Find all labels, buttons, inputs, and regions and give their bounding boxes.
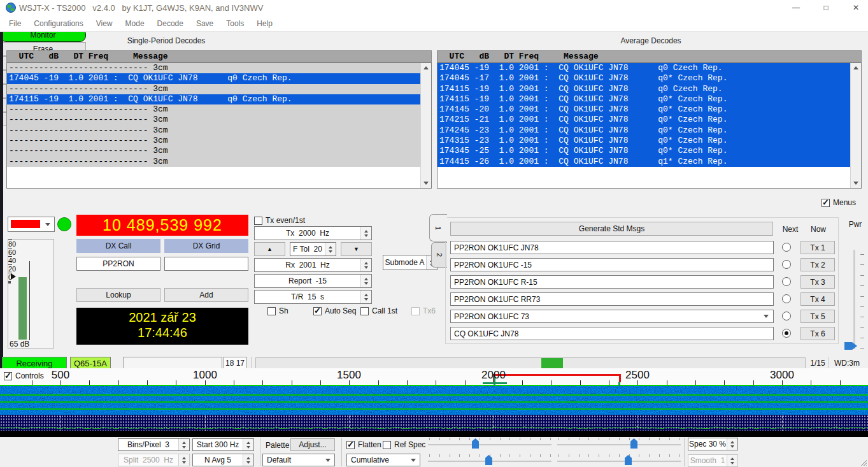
menu-item-configurations[interactable]: Configurations	[27, 19, 89, 28]
tx-message-1-input[interactable]: PP2RON OK1UFC JN78	[450, 241, 774, 254]
tx5-next-radio[interactable]	[782, 312, 791, 320]
call-1st-checkbox[interactable]: Call 1st	[360, 306, 397, 315]
decode-row[interactable]: 174045 -19 1.0 2001 : CQ OK1UFC JN78 q0 …	[438, 63, 851, 73]
decode-row[interactable]: 174215 -21 1.0 2001 : CQ OK1UFC JN78 q0*…	[438, 115, 851, 125]
adjust-button[interactable]: Adjust...	[290, 438, 335, 451]
decode-row[interactable]: ---------------------------- 3cm	[7, 84, 421, 94]
menus-checkbox[interactable]: Menus	[822, 198, 856, 207]
spinner-arrows-icon[interactable]	[360, 259, 371, 271]
dx-call-input[interactable]: PP2RON	[76, 257, 160, 271]
tx-freq-spinner[interactable]: Tx 2000 Hz	[254, 226, 372, 240]
decode-row[interactable]: 174045 -19 1.0 2001 : CQ OK1UFC JN78 q0 …	[7, 73, 421, 83]
decode-row[interactable]: 174115 -19 1.0 2001 : CQ OK1UFC JN78 q0 …	[438, 84, 851, 94]
add-button[interactable]: Add	[164, 288, 248, 302]
dx-grid-input[interactable]	[164, 257, 248, 271]
auto-seq-checkbox[interactable]: Auto Seq	[313, 306, 356, 315]
waterfall-gain-slider-handle[interactable]	[472, 438, 479, 449]
waterfall-gain-slider-track[interactable]	[428, 444, 551, 446]
decode-row[interactable]: ---------------------------- 3cm	[7, 136, 421, 146]
decode-row[interactable]: 174115 -19 1.0 2001 : CQ OK1UFC JN78 q0*…	[438, 94, 851, 104]
generate-std-msgs-button[interactable]: Generate Std Msgs	[450, 222, 773, 236]
tx2-next-radio[interactable]	[782, 260, 791, 269]
rx-freq-spinner[interactable]: Rx 2001 Hz	[254, 258, 372, 272]
tx-even-checkbox[interactable]: Tx even/1st	[254, 216, 305, 225]
tx3-now-button[interactable]: Tx 3	[800, 275, 835, 289]
decode-row[interactable]: ---------------------------- 3cm	[7, 63, 421, 73]
menu-item-mode[interactable]: Mode	[119, 19, 151, 28]
scroll-down-icon[interactable]	[851, 178, 861, 188]
menu-item-help[interactable]: Help	[250, 19, 279, 28]
decode-row[interactable]: 174315 -23 1.0 2001 : CQ OK1UFC JN78 q0*…	[438, 136, 851, 146]
tx5-now-button[interactable]: Tx 5	[800, 310, 835, 323]
spinner-arrows-icon[interactable]	[727, 438, 737, 450]
tx6-now-button[interactable]: Tx 6	[800, 327, 835, 340]
spectrum-zero-slider-handle[interactable]	[625, 455, 632, 465]
close-button[interactable]: ✕	[846, 1, 865, 14]
pwr-slider-track[interactable]	[853, 250, 855, 349]
ref-spec-checkbox[interactable]: Ref Spec	[383, 440, 425, 449]
waterfall-zero-slider-handle[interactable]	[485, 455, 492, 465]
decode-row[interactable]: 174245 -23 1.0 2001 : CQ OK1UFC JN78 q0*…	[438, 126, 851, 136]
scroll-up-icon[interactable]	[851, 63, 861, 73]
waterfall-scale[interactable]	[0, 368, 868, 385]
bins-per-pixel-spinner[interactable]: Bins/Pixel 3	[118, 438, 190, 451]
decode-row[interactable]: ---------------------------- 3cm	[7, 126, 421, 136]
tx-message-6-input[interactable]: CQ OK1UFC JN78	[450, 327, 774, 340]
flatten-checkbox[interactable]: Flatten	[346, 440, 381, 449]
decode-row[interactable]: ---------------------------- 3cm	[7, 146, 421, 156]
sh-checkbox[interactable]: Sh	[267, 306, 288, 315]
resize-grip[interactable]	[860, 459, 867, 466]
right-scrollbar[interactable]	[850, 63, 861, 188]
spectrum-gain-slider-track[interactable]	[557, 444, 681, 446]
tr-period-spinner[interactable]: T/R 15 s	[254, 290, 372, 304]
spec-percent-spinner[interactable]: Spec 30 %	[688, 438, 738, 450]
scroll-down-icon[interactable]	[421, 178, 431, 188]
menu-item-tools[interactable]: Tools	[220, 19, 250, 28]
decode-row[interactable]: ---------------------------- 3cm	[7, 115, 421, 125]
decode-row[interactable]: 174045 -17 1.0 2001 : CQ OK1UFC JN78 q0*…	[438, 73, 851, 83]
minimize-button[interactable]: —	[786, 1, 806, 14]
tx-message-5-input[interactable]: PP2RON OK1UFC 73	[450, 310, 774, 323]
single-period-decodes-list[interactable]: ---------------------------- 3cm174045 -…	[6, 62, 432, 189]
average-decodes-list[interactable]: 174045 -19 1.0 2001 : CQ OK1UFC JN78 q0 …	[437, 62, 862, 189]
spinner-arrows-icon[interactable]	[360, 227, 371, 240]
decode-row[interactable]: ---------------------------- 3cm	[7, 104, 421, 115]
tx-message-4-input[interactable]: PP2RON OK1UFC RR73	[450, 292, 774, 306]
n-avg-spinner[interactable]: N Avg 5	[192, 454, 254, 466]
decode-row[interactable]: 174115 -19 1.0 2001 : CQ OK1UFC JN78 q0 …	[7, 94, 421, 104]
spinner-arrows-icon[interactable]	[243, 454, 253, 466]
report-spinner[interactable]: Report -15	[254, 274, 372, 288]
tx-message-2-input[interactable]: PP2RON OK1UFC -15	[450, 258, 774, 271]
waterfall-display[interactable]	[0, 385, 868, 415]
menu-item-file[interactable]: File	[3, 19, 27, 28]
tx4-now-button[interactable]: Tx 4	[800, 292, 835, 306]
decode-row[interactable]: ---------------------------- 3cm	[7, 157, 421, 167]
spinner-arrows-icon[interactable]	[178, 439, 189, 450]
tx1-now-button[interactable]: Tx 1	[800, 241, 835, 254]
freq-up-button[interactable]: ▲	[254, 242, 285, 256]
decode-row[interactable]: 174345 -25 1.0 2001 : CQ OK1UFC JN78 q0*…	[438, 146, 851, 156]
spinner-arrows-icon[interactable]	[325, 243, 336, 255]
controls-checkbox[interactable]: Controls	[4, 371, 44, 380]
tx1-next-radio[interactable]	[782, 243, 791, 252]
submode-spinner[interactable]: Submode A	[383, 255, 438, 270]
spectrum-mode-select[interactable]: Cumulative	[346, 454, 420, 466]
maximize-button[interactable]: □	[816, 1, 836, 14]
scroll-up-icon[interactable]	[421, 63, 431, 73]
freq-down-button[interactable]: ▼	[341, 242, 372, 256]
pwr-slider-handle[interactable]	[844, 342, 857, 350]
menu-item-view[interactable]: View	[90, 19, 119, 28]
spinner-arrows-icon[interactable]	[360, 291, 371, 303]
menu-item-decode[interactable]: Decode	[151, 19, 190, 28]
band-select[interactable]	[8, 217, 55, 232]
tx-message-3-input[interactable]: PP2RON OK1UFC R-15	[450, 275, 774, 289]
tx6-next-radio[interactable]	[782, 329, 791, 338]
menu-item-save[interactable]: Save	[190, 19, 220, 28]
decode-row[interactable]: 174145 -20 1.0 2001 : CQ OK1UFC JN78 q0*…	[438, 104, 851, 115]
tx3-next-radio[interactable]	[782, 277, 791, 286]
ftol-spinner[interactable]: F Tol 20	[290, 242, 336, 256]
spinner-arrows-icon[interactable]	[243, 439, 253, 450]
tx4-next-radio[interactable]	[782, 294, 791, 303]
spectrum-zero-slider-track[interactable]	[557, 461, 681, 463]
decode-row[interactable]: 174415 -26 1.0 2001 : CQ OK1UFC JN78 q1*…	[438, 157, 851, 167]
